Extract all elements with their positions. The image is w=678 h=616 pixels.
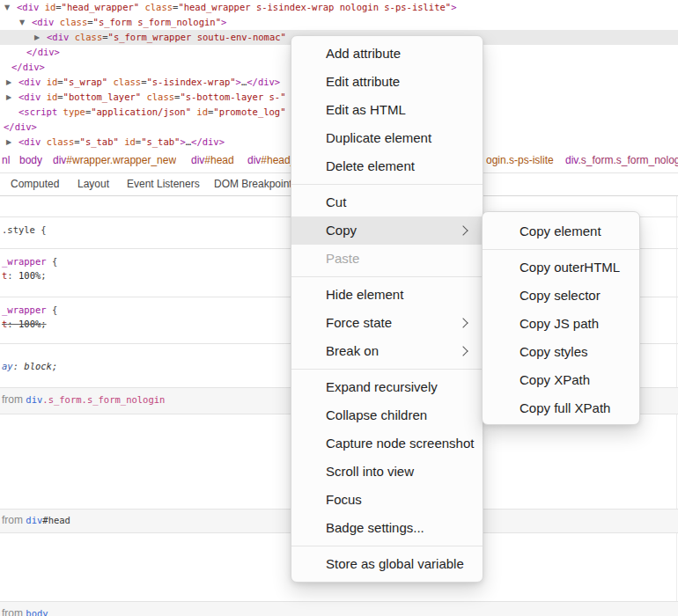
syntax-token-val: "s_form s_form_nologin" — [93, 17, 221, 27]
css-rule-line[interactable]: _wrapper { — [2, 256, 57, 267]
expand-arrow-icon[interactable]: ▶ — [6, 78, 11, 86]
expand-arrow-icon[interactable]: ▶ — [34, 33, 40, 41]
syntax-token-tag: </div> — [11, 62, 45, 72]
collapse-arrow-icon[interactable]: ▼ — [4, 4, 10, 11]
menu-item-cut[interactable]: Cut — [291, 188, 483, 216]
tab-computed[interactable]: Computed — [11, 173, 59, 195]
breadcrumb-item[interactable]: body — [19, 154, 42, 166]
syntax-token-brace: { — [35, 224, 47, 235]
copy-submenu: Copy elementCopy outerHTMLCopy selectorC… — [482, 211, 640, 425]
dom-node-markup: <div id="s_wrap" class="s-isindex-wrap">… — [18, 77, 280, 87]
breadcrumb-item-wrap: div.s_form.s_form_nologin — [565, 150, 678, 172]
syntax-token-sel: _wrapper — [2, 304, 47, 315]
syntax-token-tag: <div — [18, 136, 41, 147]
syntax-token-val: "s_form_wrapper soutu-env-nomac" — [108, 32, 286, 42]
syntax-token-attr: class — [75, 32, 103, 42]
syntax-token-h-blue: div — [26, 394, 42, 405]
breadcrumb-item-wrap: div#head — [191, 150, 234, 172]
menu-item-store-as-global-variable[interactable]: Store as global variable — [291, 550, 483, 578]
css-rule-line[interactable]: ay: block; — [2, 361, 57, 371]
tab-layout[interactable]: Layout — [77, 173, 109, 195]
menu-item-label: Add attribute — [326, 46, 401, 61]
menu-item-duplicate-element[interactable]: Duplicate element — [291, 124, 483, 152]
menu-item-label: Capture node screenshot — [326, 436, 474, 451]
syntax-token-tag: <div — [47, 32, 69, 42]
expand-arrow-icon[interactable]: ▶ — [6, 138, 11, 146]
tab-event-listeners[interactable]: Event Listeners — [127, 173, 200, 195]
syntax-token-b-tag: div — [53, 154, 66, 166]
inherited-node-link[interactable]: div#head — [26, 515, 70, 525]
tab-dom-breakpoints[interactable]: DOM Breakpoints — [214, 173, 298, 195]
breadcrumb-item[interactable]: div.s_form.s_form_nologin — [565, 154, 678, 166]
dom-tree-row[interactable]: ▼<div class="s_form s_form_nologin"> — [0, 15, 678, 30]
inherited-from-label: from — [2, 514, 26, 526]
breadcrumb-item[interactable]: div#head — [191, 154, 234, 166]
submenu-arrow-icon — [458, 346, 468, 356]
breadcrumb-item-wrap: ogin.s-ps-islite — [486, 150, 554, 172]
breadcrumb-item[interactable]: div#head_wrapper.head_wrapper.s-isindex-… — [247, 154, 291, 166]
syntax-token-brace: : — [7, 270, 18, 281]
menu-item-edit-attribute[interactable]: Edit attribute — [291, 68, 483, 96]
inherited-from-text: from div#head — [2, 514, 70, 526]
menu-item-label: Copy outerHTML — [520, 260, 620, 275]
syntax-token-b-tag: nl — [2, 154, 10, 166]
syntax-token-tag: <div — [32, 17, 54, 27]
menu-item-capture-node-screenshot[interactable]: Capture node screenshot — [291, 429, 483, 458]
inherited-node-link[interactable]: div.s_form.s_form_nologin — [26, 394, 165, 405]
menu-item-copy-js-path[interactable]: Copy JS path — [483, 310, 639, 338]
breadcrumb-item[interactable]: ogin.s-ps-islite — [486, 154, 554, 166]
menu-separator — [291, 546, 483, 546]
dom-node-markup: <div id="bottom_layer" class="s-bottom-l… — [18, 92, 286, 102]
breadcrumb-item[interactable]: nl — [2, 154, 10, 166]
menu-item-label: Edit attribute — [326, 74, 400, 89]
breadcrumb-item[interactable]: div#wrapper.wrapper_new — [53, 154, 176, 166]
collapse-arrow-icon[interactable]: ▼ — [19, 18, 25, 26]
menu-item-label: Copy full XPath — [520, 400, 610, 415]
syntax-token-val: "head_wrapper s-isindex-wrap nologin s-p… — [178, 2, 451, 12]
syntax-token-attr: class — [144, 2, 173, 12]
menu-item-focus[interactable]: Focus — [291, 486, 483, 514]
dom-node-markup: <script type="application/json" id="prom… — [18, 106, 286, 117]
menu-item-copy[interactable]: Copy — [291, 216, 483, 245]
syntax-token-b-tag: div — [191, 154, 204, 166]
syntax-token-attr: id — [196, 106, 208, 117]
menu-item-copy-outerhtml[interactable]: Copy outerHTML — [483, 253, 639, 282]
menu-item-copy-element[interactable]: Copy element — [483, 217, 639, 246]
syntax-token-val: "head_wrapper" — [62, 2, 140, 12]
syntax-token-val: "s_tab" — [141, 136, 180, 147]
menu-item-copy-styles[interactable]: Copy styles — [483, 338, 639, 366]
css-rule-line[interactable]: _wrapper { — [2, 304, 57, 315]
menu-item-copy-selector[interactable]: Copy selector — [483, 282, 639, 310]
syntax-token-tag: </div> — [191, 136, 225, 147]
syntax-token-tag: </div> — [4, 121, 37, 132]
css-rule-line[interactable]: .style { — [2, 224, 47, 235]
syntax-token-b-suf: #head_wrapper.head_wrapper.s-isindex-wra… — [261, 154, 291, 166]
menu-item-label: Badge settings... — [326, 520, 424, 535]
menu-separator — [291, 184, 483, 185]
menu-item-force-state[interactable]: Force state — [291, 309, 483, 337]
menu-item-scroll-into-view[interactable]: Scroll into view — [291, 458, 483, 486]
menu-item-edit-as-html[interactable]: Edit as HTML — [291, 96, 483, 124]
inherited-from-text: from body — [2, 607, 48, 616]
dom-node-markup: </div> — [4, 121, 37, 132]
menu-item-add-attribute[interactable]: Add attribute — [291, 40, 483, 68]
menu-item-delete-element[interactable]: Delete element — [291, 152, 483, 180]
syntax-token-ival: block — [24, 361, 52, 371]
menu-item-hide-element[interactable]: Hide element — [291, 281, 483, 309]
expand-arrow-icon[interactable]: ▶ — [6, 93, 11, 101]
dom-node-markup: <div class="s_tab" id="s_tab">…</div> — [18, 136, 225, 147]
menu-item-expand-recursively[interactable]: Expand recursively — [291, 373, 483, 401]
inherited-node-link[interactable]: body — [26, 608, 48, 616]
menu-item-copy-full-xpath[interactable]: Copy full XPath — [483, 394, 639, 422]
menu-item-label: Hide element — [326, 287, 403, 302]
menu-item-break-on[interactable]: Break on — [291, 337, 483, 365]
css-rule-line[interactable]: t: 100%; — [2, 270, 47, 281]
dom-tree-row[interactable]: ▼<div id="head_wrapper" class="head_wrap… — [0, 0, 678, 15]
menu-item-label: Edit as HTML — [326, 102, 406, 117]
menu-item-label: Duplicate element — [326, 130, 431, 145]
syntax-token-pval: 100% — [18, 319, 41, 329]
menu-item-collapse-children[interactable]: Collapse children — [291, 401, 483, 429]
menu-item-copy-xpath[interactable]: Copy XPath — [483, 366, 639, 394]
menu-item-badge-settings[interactable]: Badge settings... — [291, 514, 483, 542]
css-rule-line[interactable]: t: 100%; — [2, 319, 47, 329]
